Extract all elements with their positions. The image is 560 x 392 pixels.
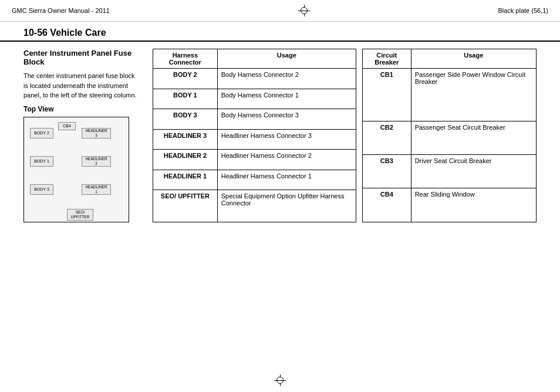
header-left: GMC Sierra Owner Manual - 2011: [12, 7, 110, 14]
diagram-headliner3: HEADLINER3: [82, 128, 111, 138]
diagram-headliner1: HEADLINER1: [82, 184, 111, 195]
circuit-usage: Rear Sliding Window: [411, 188, 536, 222]
circuit-table-row: CB2Passenger Seat Circuit Breaker: [362, 121, 536, 154]
harness-usage: Headliner Harness Connector 1: [217, 170, 356, 190]
header-right: Black plate (56,1): [498, 7, 548, 14]
circuit-table: Circuit Breaker Usage CB1Passenger Side …: [362, 49, 537, 222]
harness-table-row: HEADLINER 3Headliner Harness Connector 3: [153, 129, 356, 150]
page-header: GMC Sierra Owner Manual - 2011 Black pla…: [0, 0, 560, 22]
harness-table-row: HEADLINER 1Headliner Harness Connector 1: [153, 170, 356, 190]
circuit-col2-header: Usage: [411, 49, 536, 69]
harness-connector: HEADLINER 3: [153, 129, 218, 150]
harness-connector: BODY 3: [153, 109, 218, 130]
block-description: The center instrument panel fuse block i…: [23, 71, 141, 100]
harness-connector: HEADLINER 1: [153, 170, 218, 190]
section-heading: 10-56 Vehicle Care: [0, 22, 560, 42]
harness-usage: Special Equipment Option Upfitter Harnes…: [217, 190, 356, 222]
circuit-table-row: CB3Driver Seat Circuit Breaker: [362, 155, 536, 188]
diagram-cb4: CB4: [58, 122, 76, 130]
diagram-inner: BODY 2 BODY 1 BODY 3 CB1 CB2 CB3 CB4 HEA…: [29, 122, 124, 217]
harness-table-row: BODY 3Body Harness Connector 3: [153, 109, 356, 130]
diagram-headliner2: HEADLINER2: [82, 156, 111, 167]
harness-usage: Headliner Harness Connector 3: [217, 129, 356, 150]
top-crosshair-decoration: [298, 5, 310, 16]
harness-table-row: BODY 2Body Harness Connector 2: [153, 69, 356, 89]
circuit-usage: Passenger Seat Circuit Breaker: [411, 121, 536, 154]
harness-table-row: BODY 1Body Harness Connector 1: [153, 89, 356, 109]
circuit-breaker: CB1: [362, 69, 411, 121]
harness-table-row: HEADLINER 2Headliner Harness Connector 2: [153, 150, 356, 170]
main-content: Center Instrument Panel Fuse Block The c…: [0, 49, 560, 222]
circuit-usage: Passenger Side Power Window Circuit Brea…: [411, 69, 536, 121]
block-title: Center Instrument Panel Fuse Block: [23, 49, 141, 66]
top-view-label: Top View: [23, 105, 141, 113]
diagram-body2: BODY 2: [30, 128, 53, 138]
harness-usage: Body Harness Connector 2: [217, 69, 356, 89]
left-column: Center Instrument Panel Fuse Block The c…: [23, 49, 141, 222]
bottom-crosshair: [274, 374, 286, 386]
harness-connector: SEO/ UPFITTER: [153, 190, 218, 222]
tables-area: Harness Connector Usage BODY 2Body Harne…: [153, 49, 537, 222]
harness-connector: HEADLINER 2: [153, 150, 218, 170]
harness-col1-header: Harness Connector: [153, 49, 218, 69]
page-footer: [0, 374, 560, 386]
harness-table: Harness Connector Usage BODY 2Body Harne…: [153, 49, 356, 222]
harness-usage: Body Harness Connector 1: [217, 89, 356, 109]
harness-table-row: SEO/ UPFITTERSpecial Equipment Option Up…: [153, 190, 356, 222]
circuit-usage: Driver Seat Circuit Breaker: [411, 155, 536, 188]
diagram-seo: SEO/UPFITTER: [67, 209, 93, 221]
harness-usage: Headliner Harness Connector 2: [217, 150, 356, 170]
diagram-body1: BODY 1: [30, 156, 53, 167]
harness-col2-header: Usage: [217, 49, 356, 69]
harness-usage: Body Harness Connector 3: [217, 109, 356, 130]
circuit-breaker: CB3: [362, 155, 411, 188]
diagram-body3: BODY 3: [30, 184, 53, 195]
circuit-table-row: CB4Rear Sliding Window: [362, 188, 536, 222]
circuit-col1-header: Circuit Breaker: [362, 49, 411, 69]
circuit-table-row: CB1Passenger Side Power Window Circuit B…: [362, 69, 536, 121]
fuse-diagram: BODY 2 BODY 1 BODY 3 CB1 CB2 CB3 CB4 HEA…: [23, 117, 129, 222]
harness-connector: BODY 2: [153, 69, 218, 89]
circuit-breaker: CB2: [362, 121, 411, 154]
circuit-breaker: CB4: [362, 188, 411, 222]
harness-connector: BODY 1: [153, 89, 218, 109]
